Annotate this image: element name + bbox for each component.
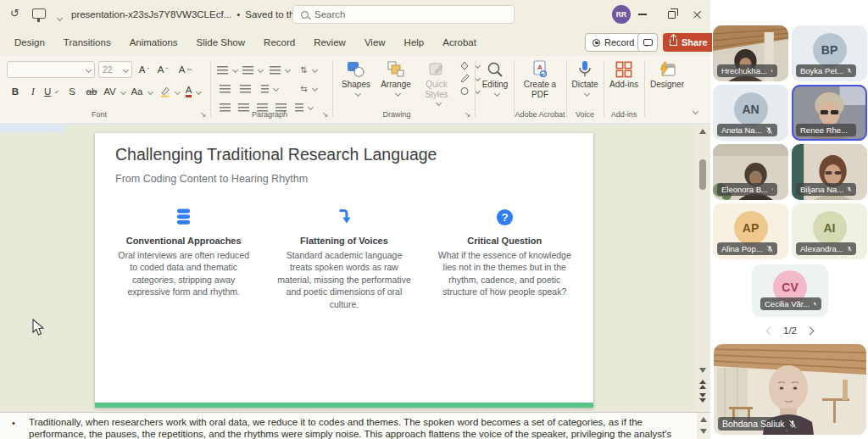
slide[interactable]: Challenging Traditional Research Languag…: [95, 133, 593, 408]
vertical-scrollbar[interactable]: [695, 125, 710, 412]
previous-page-icon[interactable]: [766, 326, 775, 335]
participant-tile-renee-active-speaker[interactable]: Renee Rhe...: [792, 85, 867, 141]
slide-column-1[interactable]: Conventional Approaches Oral interviews …: [103, 206, 264, 310]
scroll-up-arrow[interactable]: [699, 129, 706, 134]
change-case-button[interactable]: Aa: [131, 83, 153, 100]
ribbon-tab-row: Design Transitions Animations Slide Show…: [0, 29, 710, 56]
font-name-combo[interactable]: [7, 61, 95, 78]
arrange-button[interactable]: Arrange: [376, 59, 415, 108]
notes-scroll-down-arrow[interactable]: [700, 429, 707, 434]
participant-tile-hrechukha[interactable]: Hrechukha...: [713, 25, 788, 81]
participant-tile-cecilia[interactable]: CV Cecilia Văr...: [752, 264, 828, 317]
bold-button[interactable]: B: [8, 83, 22, 100]
slideshow-icon[interactable]: [32, 8, 46, 19]
shape-outline-button[interactable]: [459, 74, 480, 83]
participant-tile-alina[interactable]: AP Alina Pop...: [713, 203, 788, 259]
account-avatar[interactable]: RR: [612, 5, 631, 24]
next-slide-button[interactable]: [699, 393, 706, 403]
strikethrough-button[interactable]: ab: [83, 83, 100, 100]
align-left-button[interactable]: [217, 98, 232, 115]
participant-initials: BP: [813, 33, 847, 67]
grow-font-button[interactable]: Aˆ: [136, 61, 153, 78]
tab-slide-show[interactable]: Slide Show: [187, 37, 255, 47]
title-separator: •: [236, 9, 240, 19]
collapse-ribbon-button[interactable]: [690, 103, 698, 119]
clear-formatting-button[interactable]: A✂: [176, 61, 195, 78]
shapes-button[interactable]: Shapes: [337, 59, 375, 108]
bullets-button[interactable]: [217, 61, 237, 78]
tab-transitions[interactable]: Transitions: [54, 37, 120, 47]
create-pdf-button[interactable]: A Create a PDF: [517, 59, 563, 108]
slide-subtitle[interactable]: From Coding Content to Hearing Rhythm: [115, 173, 308, 185]
font-size-value: 22: [103, 64, 113, 75]
italic-button[interactable]: I: [27, 83, 39, 100]
convert-smartart-button[interactable]: [293, 98, 314, 115]
text-shadow-button[interactable]: S: [66, 83, 78, 100]
comments-button[interactable]: [637, 33, 658, 52]
slide-column-3[interactable]: ? Critical Question What if the essence …: [425, 206, 585, 310]
minimize-button[interactable]: [629, 0, 656, 29]
tab-help[interactable]: Help: [395, 37, 434, 47]
font-dialog-launcher[interactable]: ↘: [200, 110, 207, 119]
participant-name-pill: Alina Pop...: [717, 242, 777, 255]
participant-name-pill: Cecilia Văr...: [760, 297, 821, 310]
quick-styles-button[interactable]: Quick Styles: [417, 59, 456, 108]
dictate-button[interactable]: Dictate: [568, 59, 602, 108]
sort-button[interactable]: ⇅: [298, 61, 319, 78]
highlight-color-button[interactable]: [159, 83, 180, 100]
slide-title[interactable]: Challenging Traditional Research Languag…: [115, 145, 437, 164]
numbering-button[interactable]: [242, 61, 263, 78]
tab-acrobat[interactable]: Acrobat: [433, 37, 486, 47]
shape-effects-button[interactable]: [459, 86, 480, 96]
tab-view[interactable]: View: [355, 37, 395, 47]
shape-fill-button[interactable]: [459, 61, 480, 70]
underline-button[interactable]: U: [44, 83, 58, 100]
editing-button[interactable]: Editing: [478, 59, 512, 108]
participant-tile-biljana[interactable]: Biljana Na...: [792, 144, 867, 200]
search-input[interactable]: Search: [292, 5, 515, 24]
participant-name: Eleonora B...: [721, 185, 768, 194]
notes-scroll-up-arrow[interactable]: [700, 417, 707, 422]
participant-tile-boyka[interactable]: BP Boyka Pet...: [792, 25, 867, 81]
restore-button[interactable]: [658, 0, 685, 29]
participant-tile-bohdana[interactable]: Bohdana Saliuk: [714, 344, 866, 435]
quick-access-caret-icon[interactable]: [54, 10, 62, 25]
line-spacing-button[interactable]: [270, 61, 290, 78]
next-page-icon[interactable]: [806, 326, 815, 335]
ribbon-tabs: Design Transitions Animations Slide Show…: [5, 29, 486, 56]
slide-canvas[interactable]: Challenging Traditional Research Languag…: [0, 125, 695, 412]
voice-group-label: Voice: [566, 110, 604, 119]
text-direction-button[interactable]: ⇆: [298, 80, 319, 97]
participant-tile-eleonora[interactable]: Eleonora B...: [713, 144, 788, 200]
designer-button[interactable]: Designer: [646, 59, 688, 108]
tab-animations[interactable]: Animations: [120, 37, 187, 47]
close-button[interactable]: [683, 0, 710, 29]
columns-button[interactable]: [259, 80, 280, 97]
scrollbar-thumb[interactable]: [699, 159, 706, 190]
paragraph-dialog-launcher[interactable]: ↘: [322, 110, 329, 119]
video-call-panel: Hrechukha... BP Boyka Pet... AN Aneta Na…: [712, 0, 868, 439]
tab-design[interactable]: Design: [5, 37, 54, 47]
tab-review[interactable]: Review: [304, 37, 355, 47]
tab-record[interactable]: Record: [254, 37, 304, 47]
undo-icon[interactable]: ↺: [10, 7, 19, 19]
character-spacing-button[interactable]: AV: [103, 83, 125, 100]
notes-scrollbar[interactable]: [697, 413, 710, 439]
participant-name: Alexandra...: [800, 244, 843, 253]
notes-pane[interactable]: • Traditionally, when researchers work w…: [0, 412, 710, 439]
gallery-pagination: 1/2: [712, 322, 868, 339]
scroll-down-arrow[interactable]: [699, 368, 706, 373]
participant-tile-aneta[interactable]: AN Aneta Na...: [713, 85, 788, 141]
shrink-font-button[interactable]: Aˇ: [154, 61, 171, 78]
participant-tile-alexandra[interactable]: AI Alexandra...: [792, 203, 867, 259]
mic-icon: [851, 130, 852, 131]
previous-slide-button[interactable]: [699, 380, 706, 389]
font-size-combo[interactable]: 22: [98, 61, 132, 78]
font-color-button[interactable]: A: [183, 83, 203, 100]
slide-column-2[interactable]: Flattening of Voices Standard academic l…: [264, 206, 424, 310]
add-ins-button[interactable]: Add-ins: [605, 59, 643, 108]
increase-indent-button[interactable]: [237, 80, 253, 97]
drawing-dialog-launcher[interactable]: ↘: [465, 110, 471, 119]
decrease-indent-button[interactable]: [217, 80, 232, 97]
record-button[interactable]: Record: [585, 33, 642, 52]
